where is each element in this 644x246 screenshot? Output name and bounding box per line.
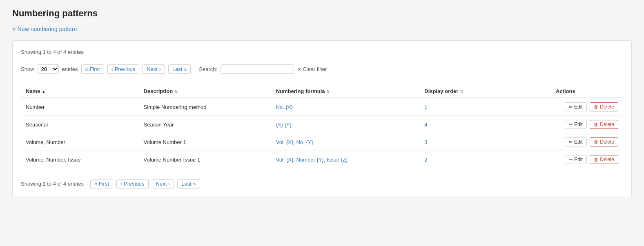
trash-icon	[594, 157, 598, 162]
main-card: Showing 1 to 4 of 4 entries Show 10 20 5…	[12, 40, 632, 197]
new-pattern-label: New numbering pattern	[18, 26, 77, 32]
page-title: Numbering patterns	[12, 8, 632, 19]
delete-button-3[interactable]: Delete	[590, 155, 618, 164]
last-button-bottom[interactable]: Last »	[177, 179, 200, 188]
showing-info-top: Showing 1 to 4 of 4 entries	[21, 49, 623, 55]
numbering-patterns-table: Name Description Numbering formula Displ…	[21, 85, 623, 168]
previous-button-top[interactable]: ‹ Previous	[107, 64, 140, 74]
cell-name-1: Seasonal	[21, 116, 139, 133]
sort-name-icon	[42, 88, 46, 94]
entries-label: entries	[62, 66, 78, 72]
cell-description-3: Volume Number Issue 1	[139, 151, 271, 168]
cell-actions-0: Edit Delete	[508, 98, 623, 116]
sort-order-icon	[460, 88, 463, 94]
table-row: Volume, Number, Issue Volume Number Issu…	[21, 151, 623, 168]
next-button-top[interactable]: Next ›	[143, 64, 165, 74]
sort-formula-icon	[326, 88, 330, 94]
edit-button-1[interactable]: Edit	[565, 120, 587, 129]
cell-name-3: Volume, Number, Issue	[21, 151, 139, 168]
table-row: Volume, Number Volume Number 1 Vol. {X},…	[21, 133, 623, 151]
previous-button-bottom[interactable]: ‹ Previous	[116, 179, 149, 188]
table-row: Seasonal Season Year {X} {Y} 4 Edit Dele…	[21, 116, 623, 133]
cell-description-2: Volume Number 1	[139, 133, 271, 151]
col-formula[interactable]: Numbering formula	[271, 85, 420, 98]
plus-icon: +	[12, 25, 16, 32]
pencil-icon	[569, 157, 573, 162]
new-numbering-pattern-link[interactable]: + New numbering pattern	[12, 25, 77, 32]
edit-button-2[interactable]: Edit	[565, 137, 587, 146]
controls-row: Show 10 20 50 100 entries « First ‹ Prev…	[21, 60, 623, 78]
cell-actions-1: Edit Delete	[508, 116, 623, 133]
delete-button-0[interactable]: Delete	[590, 102, 618, 111]
cell-formula-3: Vol. {X}, Number {Y}, Issue {Z}	[271, 151, 420, 168]
showing-info-bottom: Showing 1 to 4 of 4 entries	[21, 181, 84, 187]
cell-formula-2: Vol. {X}, No. {Y}	[271, 133, 420, 151]
first-button-bottom[interactable]: « First	[90, 179, 113, 188]
pencil-icon	[569, 104, 573, 110]
cell-formula-0: No. {X}	[271, 98, 420, 116]
bottom-row: Showing 1 to 4 of 4 entries « First ‹ Pr…	[21, 175, 623, 188]
sort-description-icon	[174, 88, 178, 94]
last-button-top[interactable]: Last »	[168, 64, 191, 74]
cell-order-2: 3	[419, 133, 508, 151]
cell-formula-1: {X} {Y}	[271, 116, 420, 133]
col-actions: Actions	[508, 85, 623, 98]
edit-button-0[interactable]: Edit	[565, 102, 587, 111]
cell-description-0: Simple Numbering method	[139, 98, 271, 116]
cell-description-1: Season Year	[139, 116, 271, 133]
cell-order-0: 1	[419, 98, 508, 116]
x-icon: ✕	[297, 66, 301, 72]
cell-actions-3: Edit Delete	[508, 151, 623, 168]
table-row: Number Simple Numbering method No. {X} 1…	[21, 98, 623, 116]
search-label: Search:	[199, 66, 217, 72]
first-button-top[interactable]: « First	[81, 64, 104, 74]
edit-button-3[interactable]: Edit	[565, 155, 587, 164]
trash-icon	[594, 104, 598, 110]
pencil-icon	[569, 122, 573, 127]
col-description[interactable]: Description	[139, 85, 271, 98]
cell-actions-2: Edit Delete	[508, 133, 623, 151]
entries-select[interactable]: 10 20 50 100	[38, 64, 59, 74]
col-name[interactable]: Name	[21, 85, 139, 98]
cell-name-0: Number	[21, 98, 139, 116]
cell-name-2: Volume, Number	[21, 133, 139, 151]
show-label: Show	[21, 66, 34, 72]
next-button-bottom[interactable]: Next ›	[152, 179, 174, 188]
trash-icon	[594, 122, 598, 127]
cell-order-3: 2	[419, 151, 508, 168]
cell-order-1: 4	[419, 116, 508, 133]
search-input[interactable]	[221, 64, 294, 74]
pencil-icon	[569, 139, 573, 145]
delete-button-1[interactable]: Delete	[590, 120, 618, 129]
clear-filter-button[interactable]: ✕ Clear filter	[297, 66, 327, 72]
delete-button-2[interactable]: Delete	[590, 137, 618, 146]
trash-icon	[594, 139, 598, 145]
clear-filter-label: Clear filter	[303, 66, 327, 72]
col-display-order[interactable]: Display order	[419, 85, 508, 98]
